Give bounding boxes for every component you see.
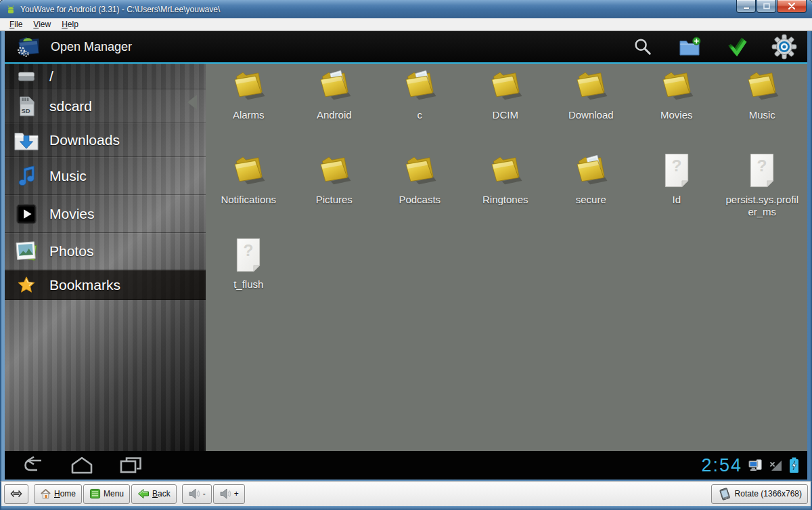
sidebar-item-music[interactable]: Music <box>5 157 206 195</box>
button-label: - <box>203 489 206 498</box>
no-signal-icon <box>769 459 783 472</box>
grid-item-download[interactable]: Download <box>550 67 631 152</box>
folder-icon <box>572 67 610 105</box>
settings-gear-icon[interactable] <box>771 33 798 60</box>
status-clock[interactable]: 2:54 <box>701 455 742 476</box>
app-action-bar: Open Manager <box>5 31 807 62</box>
unknown-file-icon: ? <box>229 236 267 274</box>
menu-item-help[interactable]: Help <box>56 19 84 30</box>
folder-icon <box>487 152 524 190</box>
app-title: Open Manager <box>51 40 132 54</box>
sidebar: /SDsdcardDownloadsMusicMoviesPhotosBookm… <box>5 64 206 451</box>
button-label: + <box>234 489 239 498</box>
close-button[interactable] <box>777 0 807 13</box>
folder-icon <box>743 67 781 105</box>
double-arrow-icon <box>10 488 22 499</box>
menu-button[interactable]: Menu <box>83 484 130 504</box>
sidebar-item-downloads[interactable]: Downloads <box>5 123 206 157</box>
home-icon <box>40 488 51 499</box>
rotate-button[interactable]: Rotate (1366x768) <box>711 484 808 504</box>
pc-status-icon <box>748 459 763 472</box>
open-manager-app-icon[interactable] <box>16 34 41 60</box>
button-label: Menu <box>104 489 124 498</box>
unknown-file-icon: ? <box>658 152 696 190</box>
file-name: persist.sys.profiler_ms <box>723 194 800 218</box>
sidebar-item-label: sdcard <box>49 98 92 114</box>
grid-item-t-flush[interactable]: ?t_flush <box>208 236 289 321</box>
folder-with-contents-icon <box>401 67 438 105</box>
folder-icon <box>401 152 438 190</box>
file-name: DCIM <box>467 109 544 121</box>
grid-item-alarms[interactable]: Alarms <box>208 67 289 152</box>
movies-icon <box>13 200 40 228</box>
grid-item-podcasts[interactable]: Podcasts <box>379 152 460 236</box>
file-name: Music <box>723 109 800 121</box>
status-area[interactable]: 2:54 <box>701 455 799 476</box>
emulator-frame: Open Manager /SDsdcardDownloadsMusicMovi… <box>0 31 812 481</box>
grid-item-secure[interactable]: secure <box>550 152 631 236</box>
speaker-icon <box>219 488 231 499</box>
sdcard-icon: SD <box>13 93 40 120</box>
file-name: Android <box>296 109 373 121</box>
maximize-button[interactable] <box>757 0 776 13</box>
svg-text:?: ? <box>244 241 254 259</box>
checkmarks-icon[interactable] <box>723 33 750 60</box>
window-title-bar[interactable]: YouWave for Android (3.31) - C:\Users\Mr… <box>0 0 812 18</box>
selected-item-pointer <box>187 95 197 110</box>
android-logo-icon <box>5 4 16 15</box>
volume-up-button[interactable]: + <box>213 484 245 504</box>
battery-charging-icon <box>789 457 799 473</box>
search-icon[interactable] <box>629 33 656 60</box>
grid-item-movies[interactable]: Movies <box>636 67 717 152</box>
music-note-icon <box>13 163 40 190</box>
grid-item-id[interactable]: ?Id <box>636 152 717 236</box>
file-name: secure <box>552 194 629 206</box>
grid-item-android[interactable]: Android <box>294 67 375 152</box>
menu-item-file[interactable]: File <box>4 19 28 30</box>
home-button[interactable]: Home <box>34 484 82 504</box>
file-name: Podcasts <box>381 194 458 206</box>
window-bottom-border <box>0 506 812 510</box>
new-folder-icon[interactable] <box>676 33 703 60</box>
menu-icon <box>89 488 101 499</box>
sidebar-item-label: Bookmarks <box>49 277 120 293</box>
back-button[interactable]: Back <box>131 484 177 504</box>
sidebar-item-movies[interactable]: Movies <box>5 195 206 233</box>
sidebar-item-label: Downloads <box>49 132 120 148</box>
nav-back-button[interactable] <box>20 455 47 475</box>
file-name: Id <box>638 194 715 206</box>
speaker-icon <box>188 488 200 499</box>
grid-item-dcim[interactable]: DCIM <box>465 67 546 152</box>
grid-item-ringtones[interactable]: Ringtones <box>465 152 546 236</box>
file-name: Download <box>552 109 629 121</box>
window-title: YouWave for Android (3.31) - C:\Users\Mr… <box>20 5 807 14</box>
android-navigation-bar: 2:54 <box>5 451 807 480</box>
nav-recents-button[interactable] <box>117 455 144 475</box>
emulator-toolbar: HomeMenuBack-+ Rotate (1366x768) <box>0 481 812 506</box>
grid-item-notifications[interactable]: Notifications <box>208 152 289 236</box>
sidebar-item-label: Movies <box>49 206 95 222</box>
sidebar-item-sdcard[interactable]: SDsdcard <box>5 89 206 123</box>
sidebar-item-item[interactable]: / <box>5 64 206 89</box>
grid-item-music[interactable]: Music <box>721 67 803 152</box>
folder-icon <box>487 67 524 105</box>
grid-item-pictures[interactable]: Pictures <box>294 152 375 236</box>
grid-item-c[interactable]: c <box>379 67 460 152</box>
volume-down-button[interactable]: - <box>182 484 212 504</box>
sidebar-item-bookmarks[interactable]: Bookmarks <box>5 270 206 300</box>
double-arrow-button[interactable] <box>4 484 28 504</box>
svg-text:?: ? <box>671 156 681 175</box>
menu-item-view[interactable]: View <box>28 19 56 30</box>
button-label: Home <box>54 489 76 498</box>
folder-icon <box>315 152 353 190</box>
sidebar-item-label: Photos <box>49 243 93 259</box>
sidebar-item-photos[interactable]: Photos <box>5 233 206 270</box>
file-name: Ringtones <box>467 194 544 206</box>
file-name: t_flush <box>210 278 287 291</box>
star-icon <box>13 272 40 299</box>
minimize-button[interactable] <box>736 0 756 13</box>
grid-item-persist-sys-profiler-ms[interactable]: ?persist.sys.profiler_ms <box>721 152 803 236</box>
button-label: Back <box>152 489 171 498</box>
file-manager-content: /SDsdcardDownloadsMusicMoviesPhotosBookm… <box>5 64 807 451</box>
nav-home-button[interactable] <box>68 455 95 475</box>
